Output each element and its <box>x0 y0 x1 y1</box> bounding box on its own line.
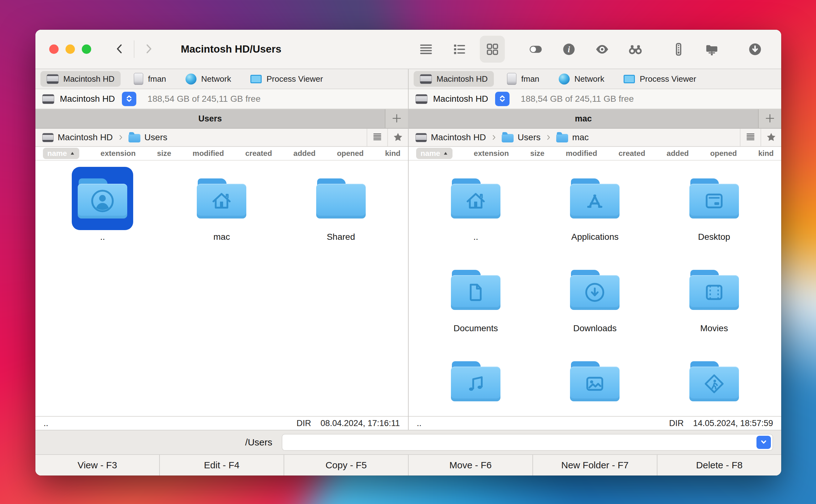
file-item-movies-folder[interactable]: Movies <box>655 258 774 350</box>
titlebar: Macintosh HD/Users i <box>35 30 781 69</box>
breadcrumb-item[interactable]: Macintosh HD <box>416 132 486 142</box>
breadcrumb-item[interactable]: mac <box>556 132 589 142</box>
breadcrumb-label: Users <box>144 132 167 142</box>
favorite-external-drive[interactable]: fman <box>127 71 172 87</box>
function-button-f5[interactable]: Copy - F5 <box>284 455 408 476</box>
network-button[interactable] <box>699 36 724 63</box>
column-header-size[interactable]: size <box>157 149 171 158</box>
path-list-button[interactable] <box>740 129 761 146</box>
column-header-created[interactable]: created <box>619 149 645 158</box>
command-history-dropdown-button[interactable] <box>757 436 771 449</box>
breadcrumb-item[interactable]: Users <box>502 132 540 142</box>
history-nav <box>113 40 155 58</box>
file-item-appstore-folder[interactable]: Applications <box>535 167 654 258</box>
function-button-f4[interactable]: Edit - F4 <box>159 455 284 476</box>
file-item-user-folder[interactable]: .. <box>43 167 162 258</box>
archive-button[interactable] <box>666 36 691 63</box>
file-item-home-folder[interactable]: mac <box>162 167 281 258</box>
command-input[interactable] <box>287 435 757 450</box>
status-current-name: .. <box>44 419 48 428</box>
file-item-download-folder[interactable]: Downloads <box>535 258 654 350</box>
column-header-opened[interactable]: opened <box>710 149 737 158</box>
favorite-process-display[interactable]: Process Viewer <box>617 71 702 87</box>
column-header-created[interactable]: created <box>245 149 272 158</box>
file-item-plain-folder[interactable]: Shared <box>282 167 400 258</box>
up-down-chevrons-icon <box>498 94 507 104</box>
brief-view-button[interactable] <box>447 36 472 63</box>
up-down-chevrons-icon <box>125 94 133 104</box>
column-header-kind[interactable]: kind <box>385 149 400 158</box>
file-icon-frame <box>564 350 626 413</box>
file-item-public-folder[interactable] <box>655 350 774 416</box>
info-icon: i <box>561 42 576 57</box>
file-label: Desktop <box>698 232 730 244</box>
search-button[interactable] <box>623 36 648 63</box>
movies-glyph-icon <box>702 280 727 305</box>
drive-select-stepper[interactable] <box>122 92 136 106</box>
favorite-star-button[interactable] <box>761 129 781 146</box>
function-button-f7[interactable]: New Folder - F7 <box>532 455 657 476</box>
file-item-pictures-folder[interactable] <box>535 350 654 416</box>
path-list-button[interactable] <box>367 129 387 146</box>
column-header-kind[interactable]: kind <box>758 149 774 158</box>
file-icon-frame <box>684 258 745 321</box>
thumbs-view-button[interactable] <box>480 36 505 63</box>
file-item-music-folder[interactable] <box>416 350 535 416</box>
preview-button[interactable] <box>589 36 615 63</box>
breadcrumb-item[interactable]: Macintosh HD <box>42 132 113 142</box>
zoom-window-button[interactable] <box>82 44 91 54</box>
file-item-home-folder[interactable]: .. <box>416 167 535 258</box>
column-header-name[interactable]: name <box>416 148 452 159</box>
column-header-modified[interactable]: modified <box>193 149 224 158</box>
favorite-network-globe[interactable]: Network <box>552 71 610 87</box>
breadcrumb-separator-icon <box>490 134 498 141</box>
info-button[interactable]: i <box>556 36 581 63</box>
active-tab[interactable]: Users <box>35 109 385 128</box>
column-header-opened[interactable]: opened <box>337 149 364 158</box>
file-label: Applications <box>571 232 619 244</box>
breadcrumb-item[interactable]: Users <box>128 132 167 142</box>
column-header-added[interactable]: added <box>293 149 316 158</box>
toggle-hidden-icon <box>528 42 543 57</box>
toggle-hidden-button[interactable] <box>523 36 548 63</box>
download-icon <box>748 42 762 57</box>
breadcrumb-label: Macintosh HD <box>431 132 486 142</box>
file-item-document-folder[interactable]: Documents <box>416 258 535 350</box>
favorite-star-button[interactable] <box>387 129 408 146</box>
column-header-size[interactable]: size <box>530 149 544 158</box>
new-tab-button[interactable] <box>385 109 408 128</box>
favorite-process-display[interactable]: Process Viewer <box>244 71 329 87</box>
download-button[interactable] <box>742 36 767 63</box>
column-header-extension[interactable]: extension <box>101 149 136 158</box>
forward-button[interactable] <box>142 42 155 56</box>
folder-icon <box>690 361 739 401</box>
status-details: DIR 08.04.2024, 17:16:11 <box>297 419 400 428</box>
document-glyph-icon <box>463 280 488 305</box>
function-button-f8[interactable]: Delete - F8 <box>657 455 781 476</box>
internal-drive-icon <box>420 74 432 84</box>
function-button-f6[interactable]: Move - F6 <box>408 455 532 476</box>
column-header-name[interactable]: name <box>43 148 79 159</box>
internal-drive-icon <box>47 74 59 84</box>
minimize-window-button[interactable] <box>65 44 75 54</box>
file-item-desktop-folder[interactable]: Desktop <box>655 167 774 258</box>
drive-select-stepper[interactable] <box>495 92 509 106</box>
favorite-internal-drive[interactable]: Macintosh HD <box>40 71 121 87</box>
function-button-f3[interactable]: View - F3 <box>35 455 159 476</box>
favorite-internal-drive[interactable]: Macintosh HD <box>414 71 494 87</box>
favorite-external-drive[interactable]: fman <box>501 71 545 87</box>
favorite-network-globe[interactable]: Network <box>179 71 237 87</box>
close-window-button[interactable] <box>49 44 59 54</box>
active-tab[interactable]: mac <box>409 109 758 128</box>
new-tab-button[interactable] <box>758 109 781 128</box>
external-drive-icon <box>507 73 516 85</box>
home-glyph-icon <box>463 188 488 213</box>
column-header-extension[interactable]: extension <box>474 149 509 158</box>
column-header-added[interactable]: added <box>667 149 689 158</box>
traffic-lights <box>49 44 91 54</box>
back-button[interactable] <box>113 42 126 56</box>
column-header-modified[interactable]: modified <box>566 149 597 158</box>
file-label: .. <box>100 232 105 244</box>
full-view-button[interactable] <box>413 36 438 63</box>
status-current-name: .. <box>417 419 421 428</box>
